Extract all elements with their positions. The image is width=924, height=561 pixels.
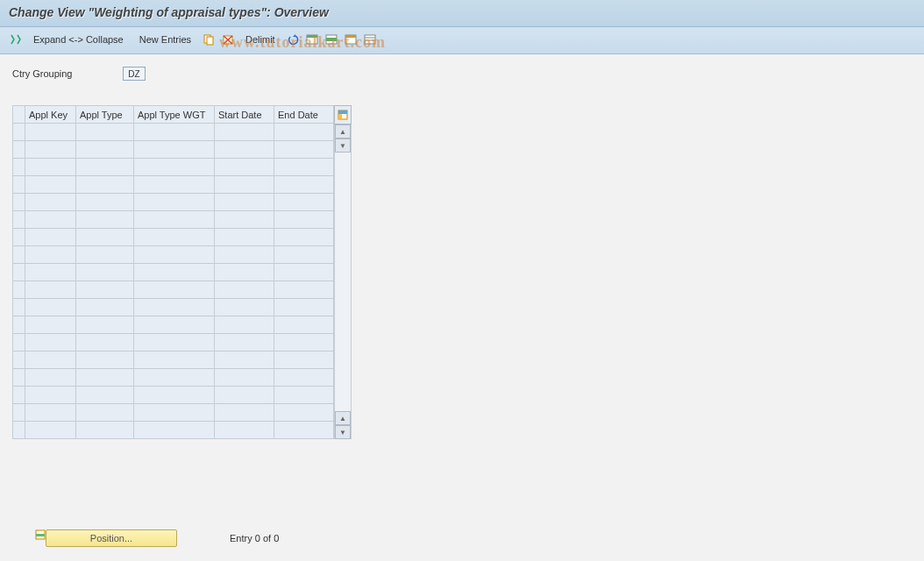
row-selector[interactable] <box>13 229 25 246</box>
ctry-grouping-input[interactable] <box>123 67 146 81</box>
cell-appl_key[interactable] <box>25 246 76 264</box>
cell-wgt[interactable] <box>134 281 215 299</box>
cell-start[interactable] <box>215 369 274 387</box>
cell-end[interactable] <box>274 141 334 159</box>
cell-wgt[interactable] <box>134 246 215 264</box>
scroll-up-icon[interactable]: ▲ <box>335 124 351 138</box>
cell-wgt[interactable] <box>134 369 215 387</box>
cell-appl_type[interactable] <box>76 281 134 299</box>
table-row[interactable] <box>13 334 334 352</box>
cell-appl_key[interactable] <box>25 141 76 159</box>
cell-appl_key[interactable] <box>25 387 76 404</box>
cell-appl_key[interactable] <box>25 229 76 246</box>
cell-start[interactable] <box>215 246 274 264</box>
cell-appl_type[interactable] <box>76 159 134 176</box>
row-selector[interactable] <box>13 141 25 159</box>
row-selector[interactable] <box>13 369 25 387</box>
deselect-all-icon[interactable] <box>342 31 359 48</box>
cell-end[interactable] <box>274 264 334 281</box>
table-row[interactable] <box>13 316 334 334</box>
cell-wgt[interactable] <box>134 422 215 439</box>
cell-appl_type[interactable] <box>76 352 134 369</box>
cell-start[interactable] <box>215 299 274 316</box>
table-row[interactable] <box>13 124 334 141</box>
row-selector[interactable] <box>13 124 25 141</box>
cell-appl_key[interactable] <box>25 422 76 439</box>
table-config-icon[interactable] <box>334 105 352 124</box>
cell-end[interactable] <box>274 159 334 176</box>
cell-start[interactable] <box>215 422 274 439</box>
cell-start[interactable] <box>215 176 274 194</box>
cell-wgt[interactable] <box>134 264 215 281</box>
row-selector[interactable] <box>13 352 25 369</box>
cell-end[interactable] <box>274 316 334 334</box>
data-table[interactable]: Appl Key Appl Type Appl Type WGT Start D… <box>12 105 334 439</box>
table-row[interactable] <box>13 352 334 369</box>
cell-start[interactable] <box>215 159 274 176</box>
cell-appl_type[interactable] <box>76 141 134 159</box>
cell-appl_key[interactable] <box>25 316 76 334</box>
cell-appl_type[interactable] <box>76 422 134 439</box>
cell-end[interactable] <box>274 281 334 299</box>
position-button[interactable]: Position... <box>46 529 177 547</box>
table-row[interactable] <box>13 387 334 404</box>
delimit-button[interactable]: Delimit <box>238 32 282 47</box>
cell-wgt[interactable] <box>134 404 215 422</box>
cell-wgt[interactable] <box>134 194 215 211</box>
cell-wgt[interactable] <box>134 176 215 194</box>
cell-start[interactable] <box>215 264 274 281</box>
cell-wgt[interactable] <box>134 124 215 141</box>
cell-appl_type[interactable] <box>76 211 134 229</box>
cell-end[interactable] <box>274 194 334 211</box>
cell-appl_key[interactable] <box>25 176 76 194</box>
row-selector[interactable] <box>13 246 25 264</box>
delete-icon[interactable] <box>219 31 237 48</box>
row-selector[interactable] <box>13 316 25 334</box>
table-row[interactable] <box>13 176 334 194</box>
cell-appl_type[interactable] <box>76 334 134 352</box>
row-selector[interactable] <box>13 404 25 422</box>
cell-start[interactable] <box>215 211 274 229</box>
cell-appl_key[interactable] <box>25 404 76 422</box>
table-row[interactable] <box>13 404 334 422</box>
col-header-start-date[interactable]: Start Date <box>215 106 274 124</box>
row-selector[interactable] <box>13 422 25 439</box>
cell-appl_key[interactable] <box>25 369 76 387</box>
table-row[interactable] <box>13 369 334 387</box>
cell-wgt[interactable] <box>134 387 215 404</box>
row-selector[interactable] <box>13 211 25 229</box>
cell-appl_key[interactable] <box>25 264 76 281</box>
cell-start[interactable] <box>215 404 274 422</box>
cell-end[interactable] <box>274 229 334 246</box>
cell-appl_key[interactable] <box>25 334 76 352</box>
cell-appl_key[interactable] <box>25 194 76 211</box>
table-row[interactable] <box>13 194 334 211</box>
row-selector[interactable] <box>13 299 25 316</box>
new-entries-button[interactable]: New Entries <box>132 32 198 47</box>
cell-wgt[interactable] <box>134 316 215 334</box>
cell-wgt[interactable] <box>134 352 215 369</box>
table-row[interactable] <box>13 159 334 176</box>
cell-appl_type[interactable] <box>76 194 134 211</box>
cell-wgt[interactable] <box>134 159 215 176</box>
col-header-appl-type-wgt[interactable]: Appl Type WGT <box>134 106 215 124</box>
select-block-icon[interactable] <box>323 31 340 48</box>
cell-appl_type[interactable] <box>76 404 134 422</box>
table-row[interactable] <box>13 246 334 264</box>
cell-end[interactable] <box>274 246 334 264</box>
table-row[interactable] <box>13 211 334 229</box>
cell-end[interactable] <box>274 124 334 141</box>
col-header-appl-type[interactable]: Appl Type <box>76 106 134 124</box>
cell-appl_type[interactable] <box>76 299 134 316</box>
cell-wgt[interactable] <box>134 229 215 246</box>
cell-end[interactable] <box>274 369 334 387</box>
cell-appl_type[interactable] <box>76 316 134 334</box>
cell-start[interactable] <box>215 194 274 211</box>
cell-wgt[interactable] <box>134 211 215 229</box>
corner-selector[interactable] <box>13 106 25 124</box>
cell-appl_key[interactable] <box>25 211 76 229</box>
row-selector[interactable] <box>13 159 25 176</box>
cell-appl_type[interactable] <box>76 246 134 264</box>
table-row[interactable] <box>13 264 334 281</box>
cell-appl_type[interactable] <box>76 387 134 404</box>
